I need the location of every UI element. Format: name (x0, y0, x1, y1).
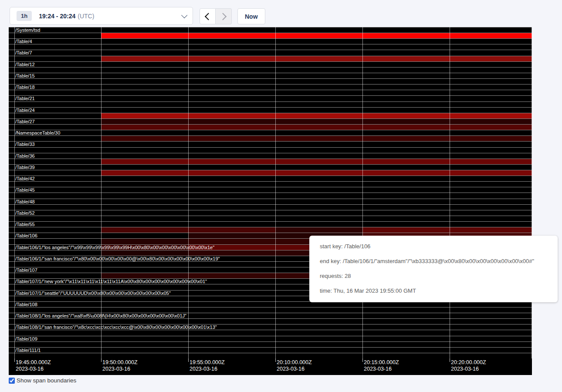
heatmap-band[interactable]: /Table/55 (9, 221, 532, 233)
heatmap-cell[interactable] (188, 170, 275, 176)
heatmap-cell[interactable] (362, 170, 450, 176)
span-row[interactable] (9, 90, 532, 95)
heatmap-cell[interactable] (275, 125, 362, 130)
span-row[interactable] (9, 193, 532, 198)
heatmap-band[interactable]: /Table/109 (9, 336, 532, 347)
span-row[interactable] (9, 227, 532, 233)
span-row[interactable] (9, 130, 532, 135)
span-row[interactable] (9, 181, 532, 187)
span-row[interactable] (9, 341, 532, 347)
span-row[interactable] (9, 159, 532, 164)
heatmap-band[interactable]: /Table/52 (9, 210, 532, 221)
heatmap-cell[interactable] (362, 119, 450, 124)
heatmap-cell[interactable] (188, 56, 275, 61)
heatmap-cell[interactable] (188, 233, 275, 238)
heatmap-cell[interactable] (188, 159, 275, 164)
heatmap-cell[interactable] (450, 119, 532, 124)
heatmap-cell[interactable] (101, 113, 188, 118)
span-row[interactable] (9, 153, 532, 159)
heatmap-cell[interactable] (101, 239, 188, 244)
span-row[interactable] (9, 124, 532, 130)
heatmap-cell[interactable] (101, 170, 188, 176)
heatmap-cell[interactable] (101, 33, 188, 38)
span-row[interactable] (9, 318, 532, 324)
heatmap-cell[interactable] (450, 33, 532, 38)
heatmap-cell[interactable] (362, 227, 450, 233)
span-row[interactable] (9, 204, 532, 210)
heatmap-band[interactable]: /Table/27 (9, 118, 532, 130)
heatmap-cell[interactable] (101, 56, 188, 61)
span-row[interactable] (9, 78, 532, 84)
heatmap-band[interactable]: /Table/4 (9, 38, 532, 50)
heatmap-band[interactable]: /Table/24 (9, 107, 532, 118)
heatmap-cell[interactable] (188, 250, 275, 256)
heatmap-cell[interactable] (101, 159, 188, 164)
heatmap-band[interactable]: /Table/12 (9, 61, 532, 73)
heatmap-band[interactable]: /Table/18 (9, 84, 532, 95)
heatmap-band[interactable]: /Table/48 (9, 199, 532, 210)
show-span-boundaries-checkbox[interactable] (9, 378, 15, 384)
heatmap-cell[interactable] (188, 113, 275, 118)
heatmap-cell[interactable] (275, 56, 362, 61)
heatmap-cell[interactable] (450, 227, 532, 233)
span-row[interactable] (9, 347, 532, 353)
heatmap-cell[interactable] (188, 119, 275, 124)
span-row[interactable] (9, 95, 532, 101)
heatmap-cell[interactable] (188, 227, 275, 233)
span-row[interactable] (9, 216, 532, 221)
heatmap-cell[interactable] (450, 136, 532, 141)
heatmap-band[interactable]: /Table/21 (9, 95, 532, 107)
heatmap-cell[interactable] (101, 273, 188, 278)
span-row[interactable] (9, 84, 532, 90)
heatmap-cell[interactable] (275, 113, 362, 118)
span-row[interactable] (9, 73, 532, 78)
span-row[interactable] (9, 67, 532, 73)
span-row[interactable] (9, 33, 532, 38)
heatmap-band[interactable]: /Table/33 (9, 141, 532, 152)
span-row[interactable] (9, 44, 532, 50)
span-row[interactable] (9, 56, 532, 61)
heatmap-grid[interactable]: /System/tsd/Table/4/Table/7/Table/12/Tab… (9, 27, 532, 358)
span-row[interactable] (9, 135, 532, 141)
span-row[interactable] (9, 101, 532, 107)
heatmap-cell[interactable] (362, 56, 450, 61)
heatmap-cell[interactable] (450, 113, 532, 118)
next-time-button[interactable] (216, 8, 232, 24)
heatmap-cell[interactable] (188, 239, 275, 244)
heatmap-band[interactable]: /Table/42 (9, 176, 532, 187)
heatmap-cell[interactable] (450, 170, 532, 176)
span-row[interactable] (9, 330, 532, 335)
heatmap-cell[interactable] (362, 33, 450, 38)
span-row[interactable] (9, 336, 532, 341)
heatmap-cell[interactable] (275, 33, 362, 38)
now-button[interactable]: Now (237, 8, 265, 24)
heatmap-band[interactable]: /Table/111/1 (9, 347, 532, 358)
heatmap-band[interactable]: /Table/7 (9, 50, 532, 61)
span-row[interactable] (9, 118, 532, 124)
heatmap-cell[interactable] (188, 33, 275, 38)
heatmap-cell[interactable] (101, 227, 188, 233)
heatmap-cell[interactable] (188, 125, 275, 130)
heatmap-cell[interactable] (188, 273, 275, 278)
heatmap-cell[interactable] (275, 136, 362, 141)
span-row[interactable] (9, 61, 532, 67)
heatmap-band[interactable]: /System/tsd (9, 27, 532, 38)
span-row[interactable] (9, 113, 532, 118)
span-row[interactable] (9, 27, 532, 33)
heatmap-cell[interactable] (101, 250, 188, 256)
heatmap-band[interactable]: /Table/108/1/"los angeles"/"\xa8\xf5\u00… (9, 313, 532, 324)
heatmap-cell[interactable] (275, 159, 362, 164)
span-row[interactable] (9, 170, 532, 176)
prev-time-button[interactable] (200, 8, 216, 24)
key-visualizer-canvas[interactable]: /System/tsd/Table/4/Table/7/Table/12/Tab… (9, 27, 532, 375)
span-row[interactable] (9, 38, 532, 44)
span-row[interactable] (9, 221, 532, 227)
heatmap-cell[interactable] (188, 136, 275, 141)
heatmap-cell[interactable] (101, 136, 188, 141)
heatmap-cell[interactable] (362, 113, 450, 118)
heatmap-cell[interactable] (362, 125, 450, 130)
heatmap-cell[interactable] (450, 125, 532, 130)
span-row[interactable] (9, 141, 532, 147)
span-row[interactable] (9, 107, 532, 113)
heatmap-cell[interactable] (101, 125, 188, 130)
